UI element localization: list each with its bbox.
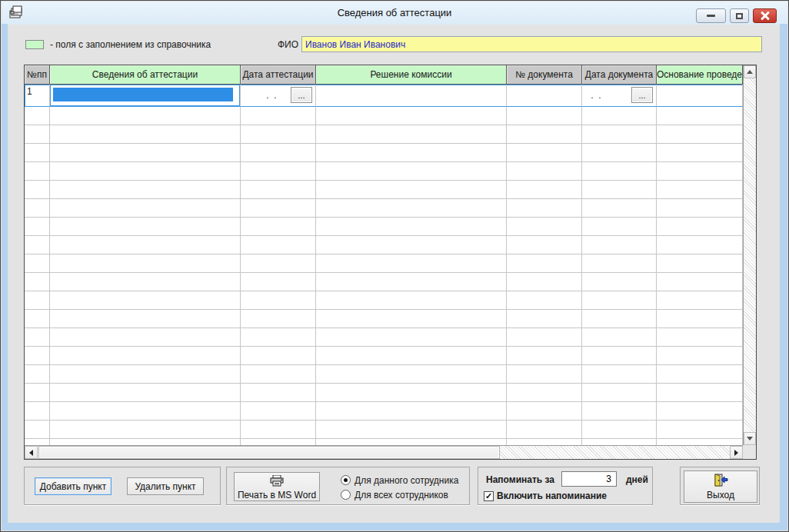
- scroll-down-button[interactable]: [744, 432, 756, 445]
- maximize-icon: [736, 13, 743, 19]
- enable-reminder-checkbox-row[interactable]: ✓ Включить напоминание: [484, 490, 607, 501]
- close-button[interactable]: [753, 8, 777, 23]
- radio-current-employee[interactable]: Для данного сотрудника: [341, 473, 458, 487]
- scrollbar-corner: [743, 445, 756, 459]
- cell-num-dokumenta[interactable]: [507, 85, 582, 107]
- table-row: [25, 181, 743, 199]
- days-label: дней: [626, 474, 648, 485]
- window-frame-right: [780, 24, 787, 530]
- scroll-right-button[interactable]: [730, 446, 743, 459]
- scroll-left-button[interactable]: [25, 446, 38, 459]
- exit-button[interactable]: Выход: [684, 470, 757, 503]
- window-frame-bottom: [2, 523, 787, 530]
- table-row: [25, 236, 743, 254]
- arrow-up-icon: [747, 70, 753, 74]
- table-row: [25, 384, 743, 402]
- col-header-osnovanie: Основание проведе: [657, 65, 743, 85]
- col-header-data-dok: Дата документа: [582, 65, 657, 85]
- cell-selection-highlight: [53, 88, 233, 101]
- cell-osnovanie[interactable]: [657, 85, 743, 107]
- table-empty-rows: [25, 107, 743, 457]
- table-row: [25, 107, 743, 125]
- date-picker-button[interactable]: ...: [291, 87, 312, 103]
- col-header-data-att: Дата аттестации: [241, 65, 316, 85]
- maximize-button[interactable]: [730, 8, 749, 23]
- col-header-reshenie: Решение комиссии: [316, 65, 507, 85]
- add-item-button[interactable]: Добавить пункт: [35, 477, 112, 495]
- titlebar[interactable]: Сведения об аттестации: [2, 2, 787, 25]
- col-header-svedeniya: Сведения об аттестации: [50, 65, 241, 85]
- print-scope-radios: Для данного сотрудника Для всех сотрудни…: [341, 473, 458, 502]
- cell-reshenie[interactable]: [316, 85, 507, 107]
- arrow-left-icon: [29, 450, 33, 456]
- radio-all-employees[interactable]: Для всех сотрудников: [341, 487, 458, 502]
- radio-current-label: Для данного сотрудника: [355, 475, 458, 486]
- attestation-table: №пп Сведения об аттестации Дата аттестац…: [24, 65, 757, 460]
- horizontal-scrollbar-thumb[interactable]: [38, 446, 500, 459]
- date-picker-button[interactable]: ...: [631, 87, 653, 103]
- radio-unselected-icon: [341, 490, 351, 500]
- exit-groupbox: Выход: [680, 467, 760, 505]
- arrow-down-icon: [747, 437, 753, 441]
- checkbox-checked-icon[interactable]: ✓: [484, 491, 494, 501]
- col-header-num-dok: № документа: [507, 65, 582, 85]
- arrow-right-icon: [734, 450, 738, 456]
- table-row: [25, 402, 743, 421]
- minimize-icon: [707, 15, 715, 17]
- table-row: [25, 254, 743, 273]
- table-row: [25, 273, 743, 291]
- fio-label: ФИО: [278, 39, 298, 50]
- print-groupbox: Печать в MS Word Для данного сотрудника …: [226, 467, 470, 505]
- legend-swatch: [25, 40, 44, 49]
- table-row: [25, 328, 743, 347]
- table-row: [25, 421, 743, 439]
- reminder-groupbox: Напоминать за дней ✓ Включить напоминани…: [478, 467, 653, 505]
- print-word-button[interactable]: Печать в MS Word: [234, 472, 320, 501]
- remind-days-input[interactable]: [561, 471, 617, 487]
- attestation-window: Сведения об аттестации - поля с заполнен…: [0, 0, 789, 532]
- legend-label: - поля с заполнением из справочника: [50, 39, 211, 50]
- table-row: [25, 162, 743, 181]
- cell-data-attestacii[interactable]: . . ...: [241, 85, 316, 107]
- exit-door-icon: [713, 474, 728, 489]
- vertical-scrollbar[interactable]: [743, 65, 756, 445]
- cell-data-dokumenta[interactable]: . . ...: [582, 85, 657, 107]
- cell-rownum[interactable]: 1: [25, 85, 50, 107]
- window-frame-left: [2, 24, 8, 530]
- scroll-up-button[interactable]: [744, 65, 756, 78]
- close-icon: [761, 12, 770, 20]
- radio-all-label: Для всех сотрудников: [355, 490, 448, 500]
- table-row: [25, 310, 743, 328]
- table-row: [25, 125, 743, 144]
- exit-label: Выход: [707, 490, 734, 500]
- table-row: [25, 347, 743, 365]
- enable-reminder-label: Включить напоминание: [497, 490, 607, 501]
- table-row: [25, 218, 743, 236]
- table-header: №пп Сведения об аттестации Дата аттестац…: [25, 65, 743, 85]
- table-row-selected[interactable]: 1 . . ... . . ...: [25, 85, 743, 107]
- window-title: Сведения об аттестации: [2, 7, 787, 18]
- print-word-label: Печать в MS Word: [238, 490, 316, 500]
- col-header-npp: №пп: [25, 65, 50, 85]
- fio-input[interactable]: [301, 36, 762, 52]
- table-row: [25, 199, 743, 218]
- date-mask: . .: [264, 90, 277, 101]
- radio-selected-icon: [341, 475, 351, 485]
- delete-item-button[interactable]: Удалить пункт: [127, 477, 204, 495]
- table-row: [25, 365, 743, 384]
- date-mask: . .: [588, 90, 601, 101]
- items-groupbox: Добавить пункт Удалить пункт: [24, 467, 221, 505]
- horizontal-scrollbar[interactable]: [25, 445, 743, 459]
- table-row: [25, 144, 743, 162]
- minimize-button[interactable]: [696, 8, 726, 23]
- printer-icon: [270, 475, 285, 489]
- remind-label: Напоминать за: [486, 474, 554, 485]
- table-row: [25, 291, 743, 310]
- cell-svedeniya[interactable]: [50, 85, 241, 107]
